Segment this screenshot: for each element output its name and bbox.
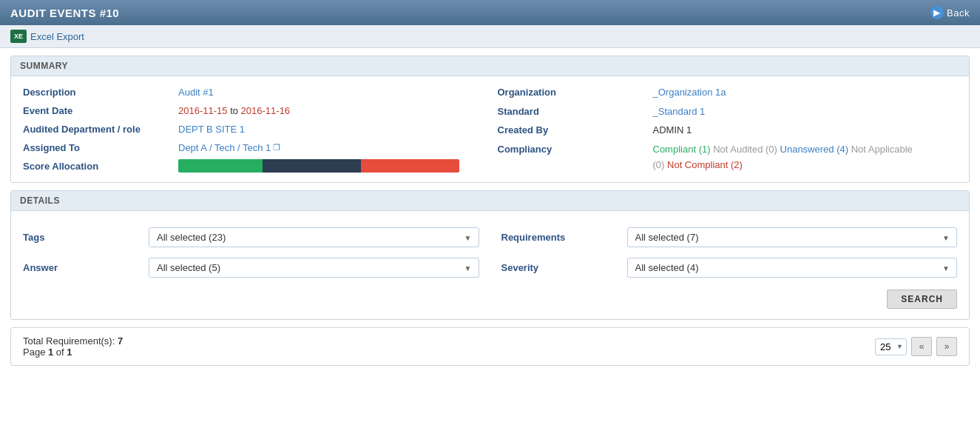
created-by-value: ADMIN 1 — [653, 123, 958, 137]
excel-export-button[interactable]: XE Excel Export — [10, 30, 84, 43]
total-label: Total Requirement(s): — [23, 335, 115, 347]
answer-label: Answer — [23, 262, 141, 273]
page-current: 1 — [48, 347, 53, 358]
summary-body: Description Audit #1 Event Date 2016-11-… — [11, 76, 969, 182]
tags-select-wrapper: All selected (23) — [149, 227, 479, 247]
page-size-select[interactable]: 25 — [875, 338, 907, 355]
not-applicable-count: (0) — [653, 159, 665, 170]
page-size-wrapper: 25 — [875, 338, 907, 355]
score-dark-segment — [263, 159, 361, 173]
assigned-to-link[interactable]: Dept A / Tech / Tech 1 ❐ — [178, 142, 280, 153]
summary-card: SUMMARY Description Audit #1 Event Date … — [10, 56, 970, 183]
requirements-select[interactable]: All selected (7) — [627, 227, 958, 247]
standard-value: _Standard 1 — [653, 104, 958, 118]
answer-select-wrapper: All selected (5) — [149, 258, 479, 278]
first-page-button[interactable]: « — [911, 337, 932, 356]
excel-icon: XE — [10, 30, 27, 43]
event-date-suffix: 2016-11-16 — [241, 105, 291, 116]
audited-dept-value: DEPT B SITE 1 — [178, 122, 483, 136]
details-body: Tags All selected (23) Requirements Al — [11, 211, 969, 319]
excel-export-label: Excel Export — [30, 31, 84, 42]
page-label: Page — [23, 347, 45, 358]
severity-label: Severity — [501, 262, 620, 273]
score-allocation-label: Score Allocation — [23, 159, 171, 173]
details-grid: Tags All selected (23) Requirements Al — [23, 220, 957, 285]
page-title: AUDIT EVENTS #10 — [10, 7, 119, 19]
summary-grid: Description Audit #1 Event Date 2016-11-… — [23, 85, 957, 173]
audited-dept-link[interactable]: DEPT B SITE 1 — [178, 124, 245, 135]
details-card: DETAILS Tags All selected (23) — [10, 190, 970, 320]
severity-row: Severity All selected (4) — [501, 258, 958, 278]
tags-row: Tags All selected (23) — [23, 227, 479, 247]
requirements-row: Requirements All selected (7) — [501, 227, 958, 247]
compliancy-value: Compliant (1) Not Audited (0) Unanswered… — [653, 142, 958, 173]
not-audited-label: Not Audited — [713, 144, 763, 155]
compliant-label: Compliant — [653, 144, 697, 155]
severity-select-wrapper: All selected (4) — [627, 258, 958, 278]
tags-label: Tags — [23, 232, 141, 243]
search-row: SEARCH — [23, 285, 957, 310]
tags-select[interactable]: All selected (23) — [149, 227, 479, 247]
total-value: 7 — [118, 335, 123, 347]
toolbar: XE Excel Export — [0, 25, 980, 48]
page-wrapper: AUDIT EVENTS #10 ▶ Back XE Excel Export … — [0, 0, 980, 445]
severity-select[interactable]: All selected (4) — [627, 258, 958, 278]
unanswered-label: Unanswered — [780, 144, 834, 155]
event-date-label: Event Date — [23, 104, 171, 118]
results-footer: Total Requirement(s): 7 Page 1 of 1 25 «… — [10, 327, 970, 366]
score-bar — [178, 159, 459, 173]
event-date-sep: to — [230, 105, 240, 116]
not-applicable-label: Not Applicable — [851, 144, 913, 155]
created-by-label: Created By — [498, 123, 646, 137]
organization-link[interactable]: _Organization 1a — [653, 87, 726, 98]
not-compliant-label: Not Compliant — [667, 159, 728, 170]
score-red-segment — [361, 159, 459, 173]
score-green-segment — [178, 159, 263, 173]
standard-label: Standard — [498, 104, 646, 118]
event-date-value: 2016-11-15 to 2016-11-16 — [178, 104, 483, 118]
requirements-select-wrapper: All selected (7) — [627, 227, 958, 247]
page-sep: of — [56, 347, 64, 358]
event-date-prefix: 2016-11-15 — [178, 105, 228, 116]
assigned-to-label: Assigned To — [23, 141, 171, 155]
organization-value: _Organization 1a — [653, 85, 958, 99]
unanswered-count: (4) — [837, 144, 848, 155]
description-label: Description — [23, 85, 171, 99]
page-total: 1 — [67, 347, 72, 358]
external-link-icon: ❐ — [273, 143, 280, 153]
details-header: DETAILS — [11, 191, 969, 211]
answer-row: Answer All selected (5) — [23, 258, 479, 278]
requirements-label: Requirements — [501, 232, 620, 243]
compliancy-label: Compliancy — [498, 142, 646, 156]
back-label: Back — [947, 7, 970, 19]
summary-left-col: Description Audit #1 Event Date 2016-11-… — [23, 85, 483, 173]
search-button[interactable]: SEARCH — [887, 290, 957, 309]
assigned-to-value: Dept A / Tech / Tech 1 ❐ — [178, 141, 483, 155]
summary-right-col: Organization _Organization 1a Standard _… — [498, 85, 958, 173]
summary-header: SUMMARY — [11, 56, 969, 76]
main-content: SUMMARY Description Audit #1 Event Date … — [0, 48, 980, 373]
answer-select[interactable]: All selected (5) — [149, 258, 479, 278]
back-icon: ▶ — [930, 6, 944, 19]
compliant-count: (1) — [699, 144, 711, 155]
back-button[interactable]: ▶ Back — [930, 6, 970, 19]
results-info: Total Requirement(s): 7 Page 1 of 1 — [23, 335, 123, 358]
standard-link[interactable]: _Standard 1 — [653, 106, 706, 117]
audited-dept-label: Audited Department / role — [23, 122, 171, 136]
not-compliant-count: (2) — [731, 159, 743, 170]
page-header: AUDIT EVENTS #10 ▶ Back — [0, 0, 980, 25]
description-link[interactable]: Audit #1 — [178, 87, 214, 98]
not-audited-count: (0) — [766, 144, 777, 155]
last-page-button[interactable]: » — [936, 337, 957, 356]
organization-label: Organization — [498, 85, 646, 99]
pagination: 25 « » — [875, 337, 957, 356]
description-value: Audit #1 — [178, 85, 483, 99]
